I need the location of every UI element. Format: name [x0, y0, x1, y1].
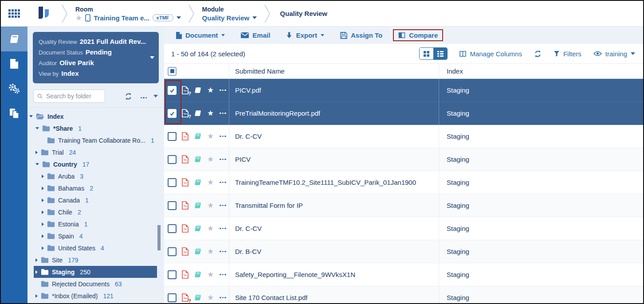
document-versions-icon[interactable] [194, 271, 202, 278]
table-row[interactable]: ? ★ Dr. C-CV Staging [164, 217, 643, 240]
row-checkbox[interactable] [168, 86, 177, 95]
rail-item-pages[interactable] [1, 51, 27, 76]
tree-item[interactable]: Chile 2 [27, 206, 157, 218]
column-header-index[interactable]: Index [439, 64, 643, 78]
app-launcher-button[interactable] [1, 1, 27, 26]
submitted-name-cell[interactable]: PICV.pdf [229, 79, 439, 101]
table-row[interactable]: ? ★ TrainingTeameTMF10.2_Site1111_SubICV… [164, 171, 643, 194]
folder-search-box[interactable] [33, 90, 105, 103]
grid-view-button[interactable] [420, 48, 433, 59]
document-versions-icon[interactable] [194, 110, 202, 117]
rail-item-copies[interactable] [1, 101, 27, 126]
document-versions-icon[interactable] [194, 179, 202, 186]
tree-item[interactable]: Site 179 [27, 254, 157, 266]
tree-item[interactable]: Canada 1 [27, 194, 157, 206]
export-menu-button[interactable]: Export [281, 29, 330, 41]
folder-more-actions-icon[interactable] [140, 92, 148, 100]
row-more-actions-icon[interactable] [219, 182, 227, 183]
tree-caret-icon[interactable] [42, 234, 44, 238]
table-row[interactable]: ? ★ Safety_Reporting__Filenote_9WVksX1N … [164, 263, 643, 286]
tree-caret-icon[interactable] [42, 222, 44, 226]
tree-item[interactable]: Estonia 1 [27, 218, 157, 230]
favorite-star-icon[interactable]: ★ [207, 86, 214, 94]
row-checkbox[interactable] [168, 178, 177, 187]
document-versions-icon[interactable] [194, 248, 202, 255]
document-versions-icon[interactable] [194, 87, 202, 94]
favorite-star-icon[interactable]: ★ [75, 14, 82, 22]
review-card-caret-icon[interactable] [150, 56, 154, 59]
compare-button[interactable]: Compare [394, 30, 442, 40]
tree-item[interactable]: United States 4 [27, 242, 157, 254]
column-header-submitted-name[interactable]: Submitted Name [229, 64, 439, 78]
table-row[interactable]: ? ★ Site 170 Contact List.pdf Staging [164, 286, 643, 303]
row-checkbox[interactable] [168, 201, 177, 210]
row-more-actions-icon[interactable] [219, 205, 227, 207]
refresh-list-icon[interactable] [534, 50, 542, 58]
tree-item[interactable]: Staging 250 [34, 266, 157, 278]
email-button[interactable]: Email [236, 29, 275, 41]
room-name[interactable]: Training Team e... [94, 14, 149, 22]
tree-caret-icon[interactable] [35, 163, 39, 165]
submitted-name-cell[interactable]: TrainingTeameTMF10.2_Site1111_SubICV_Par… [229, 171, 439, 194]
row-checkbox[interactable] [168, 247, 177, 256]
row-more-actions-icon[interactable] [219, 297, 227, 299]
submitted-name-cell[interactable]: PICV [229, 148, 439, 171]
tree-caret-icon[interactable] [42, 246, 44, 250]
tree-item[interactable]: Aruba 3 [27, 170, 157, 182]
tree-caret-icon[interactable] [35, 127, 39, 129]
tree-caret-icon[interactable] [42, 199, 44, 202]
rail-item-documents[interactable] [1, 27, 27, 51]
tree-item[interactable]: Index [27, 110, 157, 122]
submitted-name-cell[interactable]: Dr. B-CV [229, 240, 439, 263]
favorite-star-icon[interactable]: ★ [207, 109, 214, 117]
favorite-star-icon[interactable]: ★ [207, 133, 214, 140]
document-menu-button[interactable]: Document [171, 29, 230, 41]
submitted-name-cell[interactable]: Transmittal Form for IP [229, 194, 439, 217]
favorite-star-icon[interactable]: ★ [207, 248, 214, 255]
tree-item[interactable]: *Inbox (Emailed) 121 [27, 290, 157, 302]
filters-button[interactable]: Filters [554, 50, 581, 58]
module-name[interactable]: Quality Review [202, 14, 250, 22]
room-dropdown-caret-icon[interactable] [177, 16, 181, 19]
row-checkbox[interactable] [168, 270, 177, 279]
tree-caret-icon[interactable] [42, 175, 44, 178]
document-versions-icon[interactable] [194, 225, 202, 232]
table-row[interactable]: ? ★ PreTrialMonitoringReport.pdf Staging [164, 102, 643, 125]
rail-item-settings[interactable] [1, 76, 27, 101]
tree-item[interactable]: *Uploaded Documents 212 [27, 302, 157, 303]
view-selector-button[interactable]: training [593, 50, 635, 58]
folder-search-input[interactable] [45, 92, 101, 100]
table-row[interactable]: ? ★ PICV.pdf Staging [164, 79, 643, 102]
submitted-name-cell[interactable]: Dr. C-CV [229, 217, 439, 240]
table-row[interactable]: ? ★ Dr. B-CV Staging [164, 240, 643, 263]
submitted-name-cell[interactable]: Dr. C-CV [229, 125, 439, 148]
document-versions-icon[interactable] [194, 294, 202, 301]
row-more-actions-icon[interactable] [219, 159, 227, 160]
submitted-name-cell[interactable]: PreTrialMonitoringReport.pdf [229, 102, 439, 125]
tree-item[interactable]: Rejected Documents 63 [27, 278, 157, 290]
favorite-star-icon[interactable]: ★ [207, 156, 214, 163]
module-dropdown-caret-icon[interactable] [252, 16, 257, 19]
tree-item[interactable]: Training Team Collaborate Ro... 1 [27, 134, 157, 146]
row-checkbox[interactable] [168, 224, 177, 233]
table-row[interactable]: ? ★ Transmittal Form for IP Staging [164, 194, 643, 217]
tree-caret-icon[interactable] [42, 210, 44, 214]
row-checkbox[interactable] [168, 293, 177, 302]
list-view-button[interactable] [433, 48, 447, 59]
row-more-actions-icon[interactable] [219, 136, 227, 137]
row-more-actions-icon[interactable] [219, 274, 227, 276]
manage-columns-button[interactable]: Manage Columns [459, 50, 522, 58]
tree-caret-icon[interactable] [29, 115, 33, 117]
row-more-actions-icon[interactable] [219, 113, 227, 114]
row-more-actions-icon[interactable] [219, 228, 227, 230]
favorite-star-icon[interactable]: ★ [207, 179, 214, 186]
select-all-checkbox[interactable] [168, 67, 177, 76]
favorite-star-icon[interactable]: ★ [207, 225, 214, 232]
document-versions-icon[interactable] [194, 133, 202, 140]
tree-item[interactable]: Country 17 [27, 158, 157, 170]
tree-caret-icon[interactable] [35, 270, 38, 274]
tree-caret-icon[interactable] [35, 258, 38, 262]
assign-to-button[interactable]: Assign To [335, 29, 388, 41]
submitted-name-cell[interactable]: Safety_Reporting__Filenote_9WVksX1N [229, 263, 439, 286]
favorite-star-icon[interactable]: ★ [207, 271, 214, 278]
